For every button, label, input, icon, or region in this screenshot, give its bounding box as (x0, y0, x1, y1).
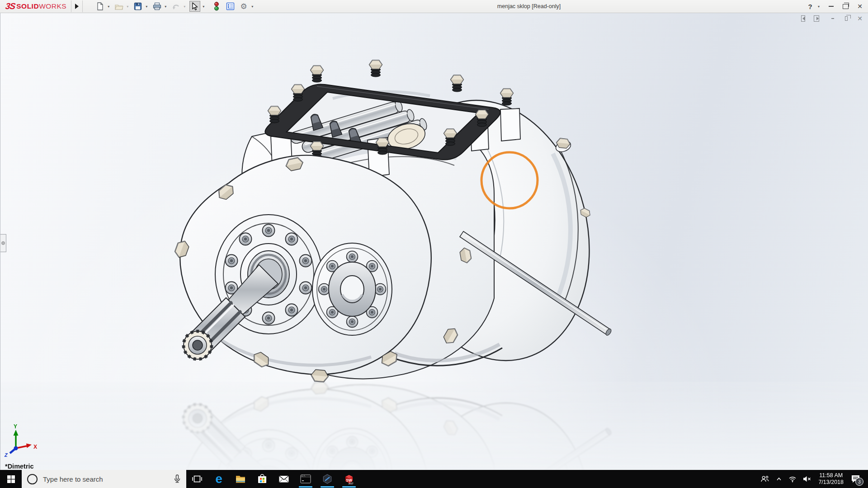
svg-text:C:\: C:\ (302, 475, 305, 477)
restore-icon (845, 16, 848, 21)
doc-close-button[interactable]: ✕ (856, 15, 864, 22)
file-explorer-button[interactable] (230, 470, 251, 488)
window-controls: ? ▾ ✕ (806, 0, 866, 13)
restore-button[interactable] (839, 1, 852, 12)
save-button[interactable] (132, 1, 143, 12)
minimize-button[interactable] (825, 1, 837, 12)
rebuild-traffic-light-icon (214, 2, 219, 11)
z-axis-label: Z (4, 452, 8, 458)
y-axis-label: Y (14, 423, 17, 430)
select-tool-button[interactable] (189, 1, 200, 12)
help-dropdown-caret[interactable]: ▾ (816, 5, 821, 9)
chevron-up-icon (776, 476, 782, 482)
taskbar-search-field[interactable]: Type here to search (22, 470, 186, 488)
file-explorer-icon (235, 474, 246, 484)
windows-logo-icon (7, 475, 15, 483)
edge-icon: e (215, 473, 222, 485)
microsoft-store-button[interactable] (251, 470, 273, 488)
dropdown-caret[interactable]: ▾ (182, 5, 187, 9)
tray-date: 7/13/2018 (818, 479, 844, 486)
dropdown-caret[interactable]: ▾ (144, 5, 149, 9)
mail-button[interactable] (273, 470, 295, 488)
system-tray: 11:58 AM 7/13/2018 3 (757, 470, 868, 488)
volume-button[interactable] (800, 470, 815, 488)
restore-icon (843, 4, 849, 9)
document-window-controls: ✕ (799, 15, 864, 22)
microphone-icon[interactable] (174, 474, 181, 483)
undo-arrow-icon (172, 2, 180, 10)
open-folder-icon (115, 2, 123, 10)
command-prompt-button[interactable]: C:\ (295, 470, 316, 488)
view-orientation-label: *Dimetric (5, 463, 34, 470)
pane-left-icon (801, 15, 805, 22)
doc-minimize-button[interactable] (829, 15, 837, 22)
volume-muted-icon (803, 475, 811, 483)
show-hidden-icons-button[interactable] (773, 470, 785, 488)
solidworks-logo: 3S SOLIDWORKS (0, 0, 71, 13)
close-button[interactable]: ✕ (854, 1, 866, 12)
right-triangle-icon (75, 4, 79, 9)
solidworks-2017-button[interactable]: SW 2017 (338, 470, 360, 488)
file-properties-button[interactable] (225, 1, 236, 12)
microsoft-edge-button[interactable]: e (208, 470, 230, 488)
menu-expand-arrow-button[interactable] (71, 0, 82, 12)
taskbar-apps: e (186, 470, 360, 488)
select-cursor-icon (191, 2, 198, 10)
featuremanager-collapsed-tab[interactable] (0, 234, 6, 252)
windows-taskbar: Type here to search e (0, 470, 868, 488)
open-button[interactable] (113, 1, 124, 12)
people-button[interactable] (757, 470, 773, 488)
graphics-area[interactable]: Y X Z ✕ *Dimetric (0, 13, 868, 470)
help-button[interactable]: ? (806, 1, 815, 12)
print-icon (153, 2, 161, 10)
action-center-button[interactable]: 3 (847, 470, 866, 488)
cortana-icon (27, 474, 38, 484)
store-icon (257, 474, 268, 484)
tab-dot-icon (1, 241, 5, 245)
command-prompt-icon: C:\ (300, 474, 311, 484)
svg-text:2017: 2017 (349, 483, 354, 485)
x-axis-label: X (33, 444, 37, 450)
dassault-3s-mark: 3S (5, 1, 15, 11)
new-document-icon (96, 2, 104, 10)
notification-badge: 3 (855, 478, 863, 486)
show-featuremanager-pane-button[interactable] (799, 15, 807, 22)
search-placeholder-text: Type here to search (43, 475, 168, 483)
hexagon-app-icon (322, 474, 333, 484)
task-view-icon (192, 474, 202, 484)
wifi-icon (788, 475, 797, 483)
options-button[interactable]: ⚙ (238, 1, 249, 12)
show-display-pane-button[interactable] (812, 15, 821, 22)
rebuild-button[interactable] (211, 1, 222, 12)
close-icon: ✕ (857, 3, 863, 9)
network-button[interactable] (785, 470, 800, 488)
file-properties-icon (226, 2, 235, 10)
mail-envelope-icon (278, 474, 289, 483)
new-document-button[interactable] (94, 1, 105, 12)
minimize-icon (829, 6, 834, 7)
logo-text-works: WORKS (39, 2, 66, 10)
hexagon-utility-button[interactable] (316, 470, 338, 488)
print-button[interactable] (151, 1, 162, 12)
people-icon (760, 475, 769, 483)
start-button[interactable] (0, 470, 22, 488)
dropdown-caret[interactable]: ▾ (125, 5, 130, 9)
gearbox-model-scene[interactable]: Y X Z (0, 13, 868, 470)
solidworks-2017-icon: SW 2017 (343, 473, 355, 485)
minimize-icon (831, 18, 834, 19)
dropdown-caret[interactable]: ▾ (106, 5, 111, 9)
task-view-button[interactable] (186, 470, 208, 488)
solidworks-window: 3S SOLIDWORKS ▾ ▾ (0, 0, 868, 488)
save-floppy-icon (134, 2, 142, 10)
clock[interactable]: 11:58 AM 7/13/2018 (815, 470, 847, 488)
undo-button[interactable] (170, 1, 181, 12)
logo-text-solid: SOLID (16, 2, 39, 10)
document-title: menjac sklop [Read-only] (475, 0, 583, 13)
dropdown-caret[interactable]: ▾ (163, 5, 168, 9)
doc-restore-button[interactable] (842, 15, 850, 22)
svg-text:SW: SW (346, 478, 353, 483)
gearbox-assembly-model[interactable] (174, 60, 616, 382)
dropdown-caret[interactable]: ▾ (250, 5, 255, 9)
dropdown-caret[interactable]: ▾ (201, 5, 206, 9)
standard-toolbar: ▾ ▾ ▾ (94, 0, 256, 13)
